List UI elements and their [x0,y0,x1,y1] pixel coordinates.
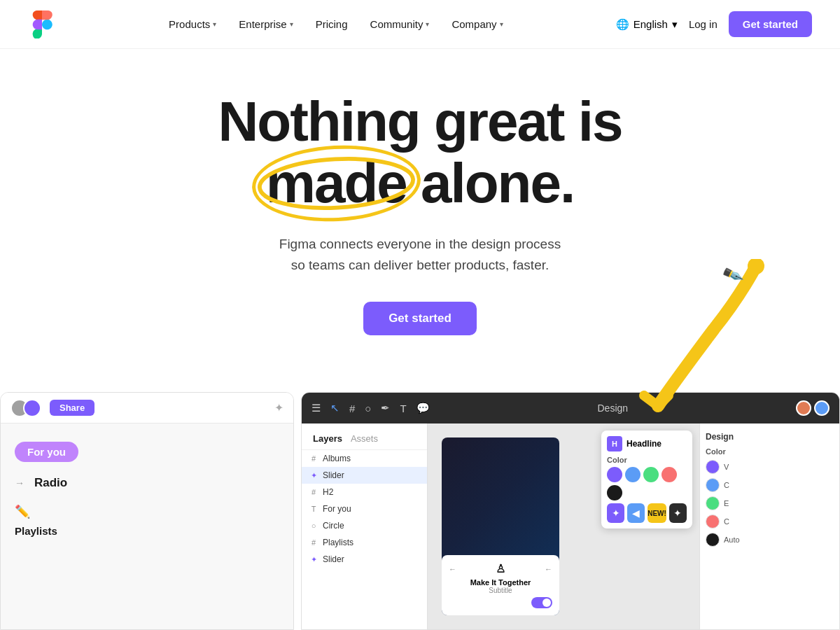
layer-frame-icon: # [309,454,318,463]
text-icon[interactable]: T [400,402,406,414]
comp-icon-new: NEW! [648,503,666,523]
color-row-3: E [706,496,834,510]
nav-right: 🌐 English ▾ Log in Get started [616,11,812,37]
pen-icon[interactable]: ✒ [381,402,390,414]
color-hex-red: C [724,517,729,526]
right-mockup-panel: ☰ ↖ # ○ ✒ T 💬 Design Layers Assets # Alb… [301,392,840,630]
layer-ellipse-icon: ○ [309,522,318,530]
toolbar-right [796,400,830,416]
editor-avatar [796,400,811,416]
radio-arrow-icon: → [15,477,24,489]
community-dropdown-icon: ▾ [426,20,429,28]
comp-icon-star: ✦ [607,503,624,523]
design-swatch-black [706,533,720,547]
design-swatch-blue [706,478,720,492]
design-panel-title: Design [706,429,834,447]
layer-slider-2[interactable]: ✦ Slider [302,551,427,568]
sparkle-icon: ✦ [274,401,284,414]
for-you-item[interactable]: For you [1,435,293,469]
layer-component-icon: ✦ [309,471,318,480]
color-row-1: V [706,460,834,474]
hero-line2: made alone. [14,153,826,214]
color-swatch-purple [607,467,622,482]
comp-icon-arrow: ◀ [627,503,645,523]
pencil-icon: ✏️ [15,504,30,519]
left-mockup-panel: Share ✦ For you → Radio ✏️ Playlists [0,392,294,630]
hero-section: Nothing great is made alone. Figma conne… [0,49,840,363]
layer-h2[interactable]: # H2 [302,484,427,500]
comp-icon-star2: ✦ [669,503,687,523]
layer-circle[interactable]: ○ Circle [302,517,427,534]
design-swatch-red [706,514,720,528]
layer-text-icon: T [309,505,318,513]
layer-slider-1[interactable]: ✦ Slider [302,467,427,484]
nav-products[interactable]: Products ▾ [160,14,225,34]
layers-panel: Layers Assets # Albums ✦ Slider # H2 T F… [302,424,428,629]
language-selector[interactable]: 🌐 English ▾ [616,18,678,31]
made-highlight: made [266,153,407,214]
hero-line1: Nothing great is [14,91,826,153]
nav-community[interactable]: Community ▾ [362,14,438,34]
user-avatar-2 [23,399,41,417]
shape-icon[interactable]: ○ [365,402,371,414]
left-panel-content: For you → Radio ✏️ Playlists [1,424,293,554]
color-row-2: C [706,478,834,492]
cursor-icon[interactable]: ↖ [330,402,340,414]
hero-subtitle: Figma connects everyone in the design pr… [14,234,826,276]
comment-icon[interactable]: 💬 [416,402,430,414]
color-row-4: C [706,514,834,528]
color-hex-purple: V [724,463,729,471]
nav-pricing[interactable]: Pricing [307,14,356,34]
color-label: Color [607,456,687,464]
design-swatch-purple [706,460,720,474]
layer-frame-icon-2: # [309,488,318,496]
menu-icon[interactable]: ☰ [312,402,321,414]
playlists-label: Playlists [1,519,293,542]
layer-albums[interactable]: # Albums [302,450,427,467]
navbar: Products ▾ Enterprise ▾ Pricing Communit… [0,0,840,49]
design-panel: Design Color V C E C Auto [699,424,839,629]
frame-icon[interactable]: # [349,402,355,414]
layers-tab[interactable]: Layers [309,432,346,445]
color-swatch-black [607,485,622,500]
mobile-make-it-together: Make It Together [449,578,552,587]
editor-avatar-2 [814,400,830,416]
layer-playlists[interactable]: # Playlists [302,534,427,551]
editor-toolbar: ☰ ↖ # ○ ✒ T 💬 Design [302,393,839,424]
logo[interactable] [28,10,56,38]
products-dropdown-icon: ▾ [213,20,216,28]
share-button[interactable]: Share [50,400,94,416]
color-swatch-blue [625,467,640,482]
canvas-frame: ← ♙ ← Make It Together Subtitle [442,438,559,615]
left-panel-toolbar: Share ✦ [1,393,293,424]
nav-company[interactable]: Company ▾ [443,14,511,34]
nav-enterprise[interactable]: Enterprise ▾ [230,14,301,34]
hero-cta-area: Get started [14,302,826,335]
layer-frame-icon-3: # [309,538,318,547]
login-link[interactable]: Log in [689,18,718,30]
layer-for-you[interactable]: T For you [302,500,427,517]
nav-links: Products ▾ Enterprise ▾ Pricing Communit… [160,14,512,34]
design-color-section-label: Color [706,447,834,456]
avatar-1 [10,399,41,417]
design-swatch-green [706,496,720,510]
canvas-area[interactable]: ← ♙ ← Make It Together Subtitle [428,424,699,629]
enterprise-dropdown-icon: ▾ [290,20,293,28]
hero-title: Nothing great is made alone. [14,91,826,214]
color-hex-black: Auto [724,536,740,544]
assets-tab[interactable]: Assets [346,432,382,445]
toolbar-design-label: Design [440,402,786,414]
headline-label: Headline [626,439,662,449]
lang-dropdown-icon: ▾ [672,18,678,31]
editor-body: Layers Assets # Albums ✦ Slider # H2 T F… [302,424,839,629]
color-swatch-red [662,467,677,482]
radio-item[interactable]: → Radio [1,469,293,497]
for-you-pill: For you [15,442,78,462]
hero-get-started-button[interactable]: Get started [363,302,477,335]
color-swatch-green [643,467,659,482]
nav-get-started-button[interactable]: Get started [729,11,812,37]
globe-icon: 🌐 [616,18,629,31]
mobile-subtitle: Subtitle [449,587,552,594]
canvas-content: ← ♙ ← Make It Together Subtitle [442,438,559,615]
color-row-5: Auto [706,533,834,547]
